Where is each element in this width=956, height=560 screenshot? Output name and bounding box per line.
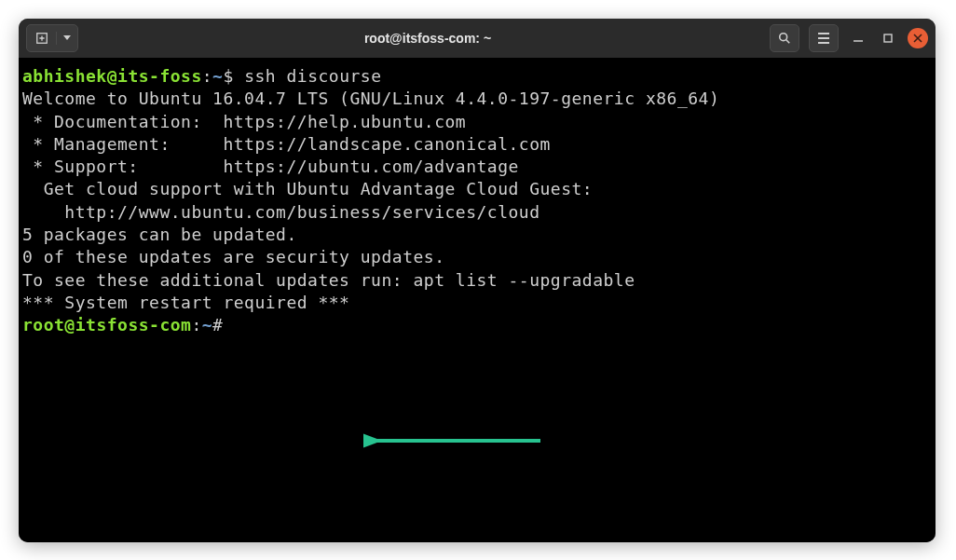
terminal-body[interactable]: abhishek@its-foss:~$ ssh discourse Welco…: [19, 58, 936, 542]
motd-restart-required: *** System restart required ***: [22, 292, 932, 314]
motd-support: * Support: https://ubuntu.com/advantage: [22, 156, 932, 178]
titlebar: root@itsfoss-com: ~: [19, 19, 936, 58]
maximize-button[interactable]: [878, 28, 898, 48]
new-tab-dropdown-icon[interactable]: [57, 35, 77, 41]
svg-line-4: [786, 40, 790, 44]
close-button[interactable]: [908, 28, 928, 48]
menu-button[interactable]: [809, 24, 839, 52]
new-tab-button[interactable]: [26, 24, 78, 52]
prompt-at: @: [107, 66, 117, 86]
prompt-path: ~: [212, 66, 223, 86]
annotation-arrow: [363, 429, 550, 453]
prompt-host: itsfoss-com: [75, 315, 192, 335]
motd-packages-2: 0 of these updates are security updates.: [22, 246, 932, 268]
prompt-user: root: [22, 315, 64, 335]
prompt-line-2: root@itsfoss-com:~#: [22, 314, 932, 336]
motd-cloud-1: Get cloud support with Ubuntu Advantage …: [22, 178, 932, 200]
motd-documentation: * Documentation: https://help.ubuntu.com: [22, 111, 932, 133]
prompt-at: @: [64, 315, 75, 335]
new-tab-icon: [27, 32, 57, 45]
prompt-symbol: $: [223, 66, 244, 86]
svg-point-3: [780, 34, 787, 41]
command-text: ssh discourse: [244, 66, 381, 86]
motd-packages-3: To see these additional updates run: apt…: [22, 269, 932, 292]
motd-cloud-2: http://www.ubuntu.com/business/services/…: [22, 201, 932, 224]
prompt-path: ~: [202, 315, 212, 335]
prompt-colon: :: [191, 315, 201, 335]
prompt-user: abhishek: [22, 66, 107, 86]
minimize-button[interactable]: [848, 28, 868, 48]
motd-packages-1: 5 packages can be updated.: [22, 224, 932, 246]
motd-management: * Management: https://landscape.canonica…: [22, 133, 932, 156]
prompt-line-1: abhishek@its-foss:~$ ssh discourse: [22, 65, 932, 88]
prompt-host: its-foss: [117, 66, 202, 86]
terminal-window: root@itsfoss-com: ~: [19, 19, 936, 542]
window-title: root@itsfoss-com: ~: [86, 31, 770, 46]
search-button[interactable]: [770, 24, 799, 52]
titlebar-controls: [770, 24, 928, 52]
svg-rect-9: [884, 34, 892, 42]
prompt-colon: :: [202, 66, 212, 86]
prompt-symbol: #: [212, 315, 223, 335]
motd-welcome: Welcome to Ubuntu 16.04.7 LTS (GNU/Linux…: [22, 88, 932, 110]
